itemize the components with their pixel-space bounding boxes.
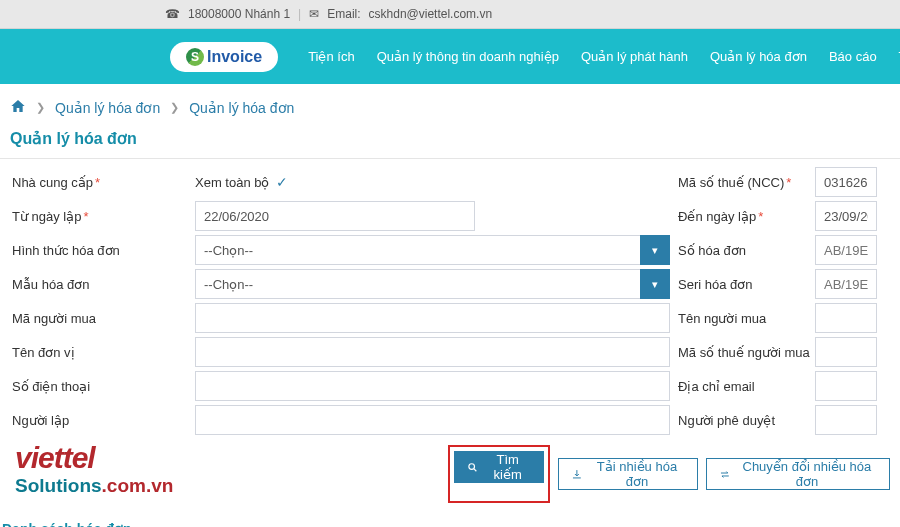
nav-item-utilities[interactable]: Tiện ích [308,49,355,64]
logo-text: Invoice [207,48,262,66]
highlight-box: Tìm kiếm [448,445,550,503]
approver-label: Người phê duyệt [670,413,815,428]
serial-label: Seri hóa đơn [670,277,815,292]
logo[interactable]: S Invoice [170,42,278,72]
invoice-form-select[interactable]: --Chọn--▾ [195,235,670,265]
phone-label: Số điện thoại [10,379,195,394]
from-date-label: Từ ngày lập [12,209,81,224]
nav-item-publish[interactable]: Quản lý phát hành [581,49,688,64]
invoice-form-value: --Chọn-- [195,235,670,265]
creator-label: Người lập [10,413,195,428]
list-title: Danh sách hóa đơn [0,511,900,527]
unit-name-label: Tên đơn vị [10,345,195,360]
chevron-right-icon: ❯ [36,101,45,114]
email-label: Email: [327,7,360,21]
page-title: Quản lý hóa đơn [0,125,900,158]
nav-item-invoice[interactable]: Quản lý hóa đơn [710,49,807,64]
email-input[interactable] [815,371,877,401]
download-many-button[interactable]: Tải nhiều hóa đơn [558,458,698,490]
svg-line-1 [474,468,477,471]
breadcrumb-level1[interactable]: Quản lý hóa đơn [55,100,160,116]
template-select[interactable]: --Chọn--▾ [195,269,670,299]
buyer-name-input[interactable] [815,303,877,333]
download-icon [571,468,583,481]
check-icon[interactable]: ✓ [276,174,288,190]
template-label: Mẫu hóa đơn [10,277,195,292]
from-date-input[interactable] [195,201,475,231]
phone-icon: ☎ [165,7,180,21]
nav-item-company-info[interactable]: Quản lý thông tin doanh nghiệp [377,49,559,64]
required-mark: * [95,175,100,190]
logo-icon: S [186,48,204,66]
phone-number: 18008000 Nhánh 1 [188,7,290,21]
view-all-label: Xem toàn bộ [195,175,270,190]
required-mark: * [758,209,763,224]
chevron-right-icon: ❯ [170,101,179,114]
email-value: cskhdn@viettel.com.vn [369,7,493,21]
tax-code-label: Mã số thuế (NCC) [678,175,784,190]
chevron-down-icon: ▾ [640,269,670,299]
required-mark: * [83,209,88,224]
invoice-no-input[interactable] [815,235,877,265]
nav-item-report[interactable]: Báo cáo [829,49,877,64]
to-date-label: Đến ngày lập [678,209,756,224]
unit-name-input[interactable] [195,337,670,367]
buyer-tax-label: Mã số thuế người mua [670,345,815,360]
creator-input[interactable] [195,405,670,435]
main-navbar: S Invoice Tiện ích Quản lý thông tin doa… [0,29,900,84]
search-icon [467,461,478,474]
buyer-name-label: Tên người mua [670,311,815,326]
watermark: viettel Solutions.com.vn [10,441,440,497]
email-addr-label: Địa chỉ email [670,379,815,394]
buyer-code-label: Mã người mua [10,311,195,326]
convert-many-button[interactable]: Chuyển đổi nhiều hóa đơn [706,458,890,490]
buyer-code-input[interactable] [195,303,670,333]
breadcrumb: ❯ Quản lý hóa đơn ❯ Quản lý hóa đơn [0,84,900,125]
approver-input[interactable] [815,405,877,435]
breadcrumb-level2[interactable]: Quản lý hóa đơn [189,100,294,116]
to-date-input[interactable] [815,201,877,231]
mail-icon: ✉ [309,7,319,21]
supplier-label: Nhà cung cấp [12,175,93,190]
template-value: --Chọn-- [195,269,670,299]
search-panel: Nhà cung cấp* Xem toàn bộ✓ Mã số thuế (N… [0,158,900,511]
separator: | [298,7,301,21]
home-icon[interactable] [10,98,26,117]
invoice-form-label: Hình thức hóa đơn [10,243,195,258]
swap-icon [719,468,731,481]
top-contact-bar: ☎ 18008000 Nhánh 1 | ✉ Email: cskhdn@vie… [0,0,900,29]
invoice-no-label: Số hóa đơn [670,243,815,258]
nav-menu: Tiện ích Quản lý thông tin doanh nghiệp … [308,49,900,64]
search-button[interactable]: Tìm kiếm [454,451,544,483]
svg-point-0 [469,463,475,469]
tax-code-input[interactable] [815,167,877,197]
phone-input[interactable] [195,371,670,401]
required-mark: * [786,175,791,190]
chevron-down-icon: ▾ [640,235,670,265]
buyer-tax-input[interactable] [815,337,877,367]
serial-input[interactable] [815,269,877,299]
